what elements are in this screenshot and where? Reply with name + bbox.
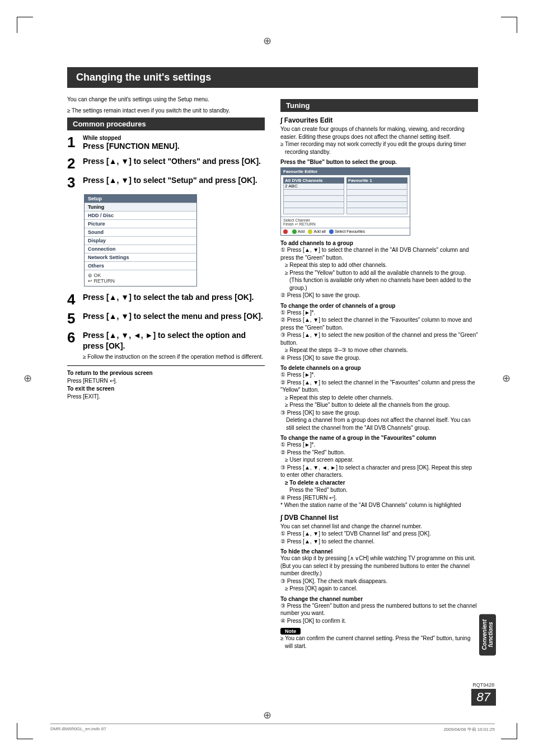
registration-mark-icon: ⊕ bbox=[24, 372, 32, 384]
return-icon: ↩ bbox=[88, 278, 94, 284]
body-text: ≥ Press the "Blue" button to delete all … bbox=[280, 401, 478, 409]
yellow-dot-icon bbox=[308, 229, 312, 234]
step-instruction: Press [▲, ▼] to select the menu and pres… bbox=[83, 311, 265, 322]
instruction-press-blue: Press the "Blue" button to select the gr… bbox=[280, 159, 478, 165]
step-number: 6 bbox=[67, 330, 83, 345]
body-text: You can create four groups of channels f… bbox=[280, 125, 478, 140]
footer-filename: DMR-BW850GL_en.indb 87 bbox=[50, 726, 106, 732]
body-text: ① Press [►]*. bbox=[280, 309, 478, 317]
body-text: ① Press [►]*. bbox=[280, 371, 478, 379]
channel-row[interactable] bbox=[283, 190, 344, 196]
heading-add-channels: To add channels to a group bbox=[280, 240, 478, 246]
body-text: ② Press [▲, ▼] to select the channel in … bbox=[280, 379, 478, 394]
favourite-editor-title: Favourite Editor bbox=[281, 168, 410, 175]
body-text: Press the "Red" button. bbox=[280, 486, 478, 494]
intro-line: ≥ The settings remain intact even if you… bbox=[67, 107, 265, 115]
body-text: (But you can select it by pressing the n… bbox=[280, 562, 478, 577]
editor-hint: Select Channel Finish ↩ RETURN bbox=[281, 217, 410, 228]
step-number: 3 bbox=[67, 175, 83, 190]
body-text: ① Press [▲, ▼] to select "DVB Channel li… bbox=[280, 530, 478, 538]
registration-mark-icon: ⊕ bbox=[263, 709, 271, 721]
channel-row[interactable] bbox=[283, 208, 344, 214]
setup-menu-item[interactable]: Picture bbox=[85, 219, 196, 228]
heading-change-order: To change the order of channels of a gro… bbox=[280, 303, 478, 309]
setup-menu: Setup Tuning HDD / Disc Picture Sound Di… bbox=[84, 194, 197, 287]
body-text: ④ Press [RETURN ↩]. bbox=[280, 494, 478, 502]
channel-row[interactable] bbox=[283, 196, 344, 202]
footer-timestamp: 2009/04/08 午前 10:01:25 bbox=[443, 726, 495, 732]
body-text: ≥ Timer recording may not work correctly… bbox=[280, 140, 478, 156]
step-note: ≥ Follow the instruction on the screen i… bbox=[83, 354, 265, 360]
return-icon: ↩ bbox=[295, 222, 299, 226]
body-text: ① Press [►]*. bbox=[280, 441, 478, 449]
body-text: ≥ Press [OK] again to cancel. bbox=[280, 585, 478, 593]
print-footer: DMR-BW850GL_en.indb 87 2009/04/08 午前 10:… bbox=[50, 724, 495, 732]
step-number: 5 bbox=[67, 311, 83, 326]
body-text: ① Press [▲, ▼] to select the channel in … bbox=[280, 246, 478, 261]
body-text: ≥ Press the "Yellow" button to add all t… bbox=[280, 269, 478, 292]
green-dot-icon bbox=[292, 229, 297, 234]
channel-row[interactable]: 2 ABC bbox=[283, 184, 344, 190]
step-number: 1 bbox=[67, 135, 83, 149]
heading-favourites-edit: Favourites Edit bbox=[280, 116, 478, 124]
favourite-header: Favourite 1 bbox=[346, 177, 407, 184]
step-instruction: Press [▲, ▼] to select "Others" and pres… bbox=[83, 156, 265, 167]
step-instruction: Press [▲, ▼] to select the tab and press… bbox=[83, 292, 265, 303]
page-number: 87 bbox=[471, 689, 496, 706]
all-dvb-header: All DVB Channels bbox=[283, 177, 344, 184]
note-text: ≥ You can confirm the current channel se… bbox=[280, 635, 478, 650]
setup-menu-item[interactable]: Connection bbox=[85, 245, 196, 253]
body-text: ③ Press [OK]. The check mark disappears. bbox=[280, 577, 478, 585]
body-text: You can skip it by pressing [∧ ∨CH] whil… bbox=[280, 555, 478, 562]
body-text: ④ Press [OK] to confirm it. bbox=[280, 617, 478, 625]
setup-menu-item[interactable]: Sound bbox=[85, 228, 196, 236]
body-text: Deleting a channel from a group does not… bbox=[280, 416, 478, 431]
body-text: ④ Press [OK] to save the group. bbox=[280, 354, 478, 362]
doc-code: RQT9428 bbox=[471, 682, 496, 688]
heading-change-channel-number: To change the channel number bbox=[280, 596, 478, 602]
step-precondition: While stopped bbox=[83, 135, 265, 141]
channel-row[interactable] bbox=[346, 196, 407, 202]
favourite-editor: Favourite Editor All DVB Channels 2 ABC … bbox=[280, 167, 410, 236]
body-text: ③ Press the "Green" button and press the… bbox=[280, 602, 478, 617]
blue-dot-icon bbox=[329, 229, 334, 234]
step-instruction: Press [▲, ▼] to select "Setup" and press… bbox=[83, 175, 265, 186]
channel-row[interactable] bbox=[283, 202, 344, 208]
registration-mark-icon: ⊕ bbox=[502, 372, 510, 384]
channel-row[interactable] bbox=[346, 208, 407, 214]
setup-menu-item[interactable]: Tuning bbox=[85, 203, 196, 211]
heading-rename-group: To change the name of a group in the "Fa… bbox=[280, 435, 478, 441]
page-title: Changing the unit's settings bbox=[67, 67, 478, 88]
body-text: ≥ Repeat the steps ②–③ to move other cha… bbox=[280, 346, 478, 354]
setup-menu-item[interactable]: Display bbox=[85, 236, 196, 245]
footnote: * When the station name of the "All DVB … bbox=[280, 501, 478, 509]
step-instruction: Press [▲, ▼, ◄, ►] to select the option … bbox=[83, 330, 265, 351]
heading-dvb-channel-list: DVB Channel list bbox=[280, 514, 478, 522]
registration-mark-icon: ⊕ bbox=[263, 35, 271, 47]
heading-hide-channel: To hide the channel bbox=[280, 548, 478, 555]
setup-menu-item[interactable]: Others bbox=[85, 261, 196, 270]
step-number: 2 bbox=[67, 156, 83, 171]
return-block: To return to the previous screen Press [… bbox=[67, 365, 265, 401]
body-text: ② Press the "Red" button. bbox=[280, 449, 478, 457]
setup-menu-header: Setup bbox=[85, 195, 196, 203]
section-common-procedures: Common procedures bbox=[67, 118, 265, 130]
channel-row[interactable] bbox=[346, 184, 407, 190]
body-text: ③ Press [▲, ▼, ◄, ►] to select a charact… bbox=[280, 464, 478, 479]
heading-delete-channels: To delete channels on a group bbox=[280, 365, 478, 371]
setup-menu-item[interactable]: Network Settings bbox=[85, 253, 196, 261]
red-dot-icon bbox=[283, 229, 288, 234]
body-text: ② Press [▲, ▼] to select the channel. bbox=[280, 538, 478, 546]
channel-row[interactable] bbox=[346, 202, 407, 208]
setup-menu-footer: ⊚ OK ↩ RETURN bbox=[85, 270, 196, 286]
body-text: ③ Press [▲, ▼] to select the new positio… bbox=[280, 331, 478, 346]
intro-line: You can change the unit's settings using… bbox=[67, 96, 265, 104]
body-text: ② Press [OK] to save the group. bbox=[280, 292, 478, 299]
body-text: ≥ To delete a character bbox=[280, 479, 478, 487]
setup-menu-item[interactable]: HDD / Disc bbox=[85, 211, 196, 219]
channel-row[interactable] bbox=[346, 190, 407, 196]
body-text: ≥ Repeat this step to delete other chann… bbox=[280, 394, 478, 402]
ok-icon: ⊚ bbox=[88, 273, 94, 278]
body-text: You can set channel list and change the … bbox=[280, 523, 478, 530]
side-tab: Convenient functions bbox=[479, 614, 496, 655]
